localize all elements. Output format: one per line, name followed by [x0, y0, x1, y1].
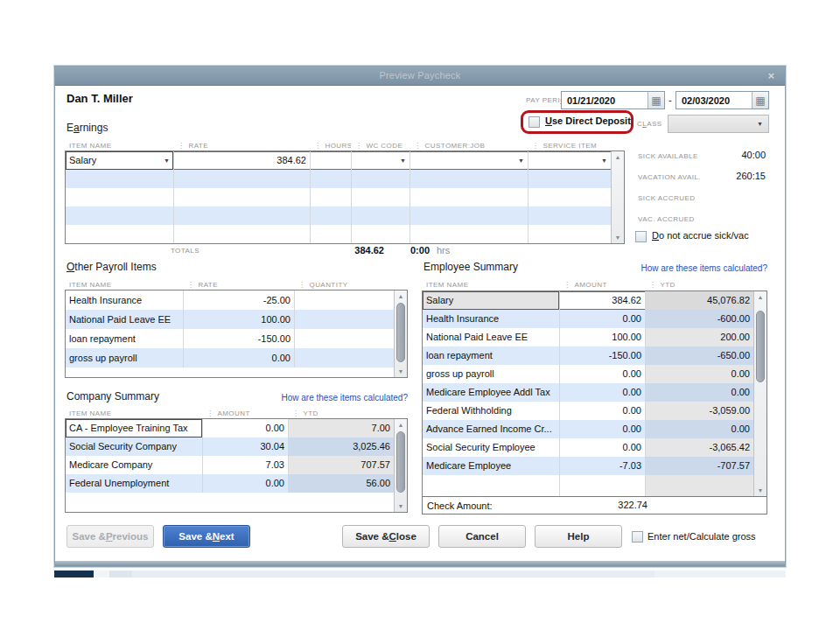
do-not-accrue-checkbox[interactable]	[635, 231, 647, 242]
amount-cell[interactable]: 0.00	[560, 438, 646, 457]
earnings-wc-dropdown[interactable]: ▼	[352, 151, 410, 170]
calendar-icon[interactable]: ▦	[752, 92, 768, 108]
quantity-cell[interactable]	[295, 290, 394, 310]
item-name-cell[interactable]: Advance Earned Income Cr...	[423, 420, 560, 438]
table-row[interactable]: Federal Withholding 0.00 -3,059.00	[423, 402, 766, 420]
table-row[interactable]: loan repayment -150.00 -650.00	[423, 346, 766, 365]
quantity-cell[interactable]	[295, 329, 394, 348]
amount-cell[interactable]: -7.03	[560, 457, 646, 475]
scroll-down-icon[interactable]: ▼	[395, 366, 407, 377]
amount-cell[interactable]: 7.03	[203, 456, 289, 474]
amount-cell[interactable]: 0.00	[560, 383, 646, 402]
item-name-cell[interactable]: loan repayment	[66, 329, 184, 348]
table-row[interactable]: Medicare Company 7.03 707.57	[66, 456, 407, 474]
scrollbar-thumb[interactable]	[396, 303, 405, 362]
amount-cell[interactable]: 100.00	[560, 328, 646, 346]
rate-cell[interactable]: 0.00	[184, 348, 295, 368]
item-name-cell[interactable]: Federal Unemployment	[66, 474, 203, 493]
table-row[interactable]	[423, 475, 766, 496]
earnings-customer-dropdown[interactable]: ▼	[410, 151, 528, 170]
employee-summary-link[interactable]: How are these items calculated?	[572, 263, 767, 273]
cancel-button[interactable]: Cancel	[438, 525, 526, 548]
amount-cell[interactable]: 0.00	[560, 402, 646, 420]
amount-cell[interactable]: 0.00	[560, 365, 646, 383]
item-name-cell[interactable]: Medicare Employee Addl Tax	[423, 383, 560, 402]
amount-cell[interactable]: 0.00	[203, 474, 289, 493]
item-name-cell[interactable]: loan repayment	[423, 346, 560, 365]
close-icon[interactable]: ×	[767, 69, 774, 82]
amount-cell[interactable]: 0.00	[560, 310, 646, 328]
scroll-up-icon[interactable]: ▲	[612, 151, 624, 163]
company-summary-scrollbar[interactable]: ▲ ▼	[394, 419, 407, 512]
save-next-button[interactable]: Save & Next	[163, 525, 250, 548]
employee-summary-scrollbar[interactable]: ▲ ▼	[753, 291, 766, 496]
table-row[interactable]: Health Insurance 0.00 -600.00	[423, 310, 766, 328]
chevron-down-icon[interactable]: ▼	[164, 152, 170, 169]
amount-cell[interactable]: 384.62	[560, 291, 646, 310]
scroll-up-icon[interactable]: ▲	[754, 291, 766, 303]
other-payroll-scrollbar[interactable]: ▲ ▼	[394, 290, 407, 377]
pay-period-start-field[interactable]: 01/21/2020 ▦	[561, 91, 665, 109]
table-row[interactable]: Medicare Employee Addl Tax 0.00 0.00	[423, 383, 766, 402]
scroll-up-icon[interactable]: ▲	[395, 290, 407, 302]
help-button[interactable]: Help	[535, 525, 622, 548]
scrollbar-thumb[interactable]	[396, 431, 405, 493]
item-name-cell[interactable]: CA - Employee Training Tax	[66, 419, 203, 438]
calendar-icon[interactable]: ▦	[648, 92, 664, 108]
table-row[interactable]: Salary ▼ 384.62 ▼ ▼ ▼	[66, 151, 624, 170]
pay-period-start-value[interactable]: 01/21/2020	[562, 95, 648, 106]
scroll-up-icon[interactable]: ▲	[395, 419, 407, 430]
item-name-cell[interactable]: National Paid Leave EE	[66, 310, 184, 329]
scroll-down-icon[interactable]: ▼	[612, 232, 624, 243]
table-row[interactable]: CA - Employee Training Tax 0.00 7.00	[66, 419, 407, 438]
item-name-cell[interactable]: gross up payroll	[66, 348, 184, 368]
table-row[interactable]	[66, 225, 624, 243]
item-name-cell[interactable]: Federal Withholding	[423, 402, 560, 420]
table-row[interactable]: gross up payroll 0.00	[66, 348, 407, 368]
table-row[interactable]	[66, 188, 624, 206]
item-name-cell[interactable]: gross up payroll	[423, 365, 560, 383]
dialog-titlebar[interactable]: Preview Paycheck ×	[55, 66, 785, 86]
amount-cell[interactable]: -150.00	[560, 346, 646, 365]
item-name-cell[interactable]: Social Security Company	[66, 438, 203, 456]
earnings-rate-value[interactable]: 384.62	[174, 151, 311, 170]
pay-period-end-value[interactable]: 02/03/2020	[676, 95, 752, 106]
item-name-cell[interactable]: Medicare Company	[66, 456, 203, 474]
quantity-cell[interactable]	[295, 348, 394, 368]
earnings-item-value[interactable]: Salary	[69, 152, 96, 169]
item-name-cell[interactable]: Health Insurance	[66, 290, 184, 310]
table-row[interactable]	[66, 206, 624, 225]
scroll-down-icon[interactable]: ▼	[395, 500, 407, 512]
table-row[interactable]: National Paid Leave EE 100.00	[66, 310, 407, 329]
earnings-service-dropdown[interactable]: ▼	[528, 151, 611, 170]
company-summary-link[interactable]: How are these items calculated?	[213, 393, 408, 402]
table-row[interactable]: Advance Earned Income Cr... 0.00 0.00	[423, 420, 766, 438]
table-row[interactable]: Health Insurance -25.00	[66, 290, 407, 310]
item-name-cell[interactable]: Medicare Employee	[423, 457, 560, 475]
table-row[interactable]: Social Security Company 30.04 3,025.46	[66, 438, 407, 456]
table-row[interactable]: loan repayment -150.00	[66, 329, 407, 348]
use-direct-deposit-checkbox[interactable]	[528, 116, 540, 128]
table-row[interactable]: Federal Unemployment 0.00 56.00	[66, 474, 407, 493]
amount-cell[interactable]: 0.00	[560, 420, 646, 438]
class-dropdown[interactable]: ▼	[668, 115, 769, 133]
rate-cell[interactable]: -25.00	[184, 290, 295, 310]
earnings-scrollbar[interactable]: ▲ ▼	[611, 151, 624, 243]
rate-cell[interactable]: 100.00	[184, 310, 295, 329]
table-row[interactable]: National Paid Leave EE 100.00 200.00	[423, 328, 766, 346]
table-row[interactable]: Salary 384.62 45,076.82	[423, 291, 766, 310]
scroll-down-icon[interactable]: ▼	[754, 485, 766, 496]
item-name-cell[interactable]: Social Security Employee	[423, 438, 560, 457]
amount-cell[interactable]: 0.00	[203, 419, 289, 438]
item-name-cell[interactable]: Salary	[423, 291, 560, 310]
enter-net-checkbox[interactable]	[632, 531, 643, 542]
table-row[interactable]: Social Security Employee 0.00 -3,065.42	[423, 438, 766, 457]
table-row[interactable]	[66, 170, 624, 188]
rate-cell[interactable]: -150.00	[184, 329, 295, 348]
earnings-hours-cell[interactable]	[311, 151, 352, 170]
save-previous-button[interactable]: Save & Previous	[66, 525, 154, 548]
quantity-cell[interactable]	[295, 310, 394, 329]
item-name-cell[interactable]: National Paid Leave EE	[423, 328, 560, 346]
scrollbar-thumb[interactable]	[756, 311, 765, 382]
table-row[interactable]: gross up payroll 0.00 0.00	[423, 365, 766, 383]
